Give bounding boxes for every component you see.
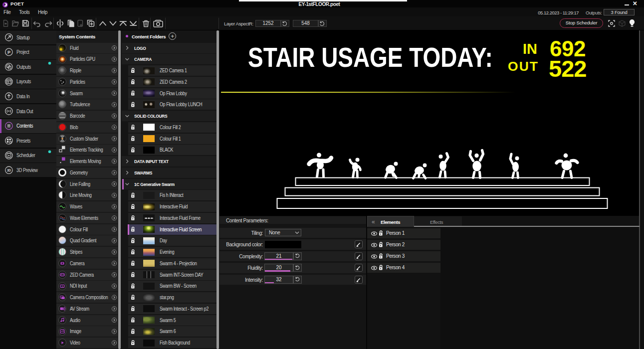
svg-text:P: P <box>7 50 10 55</box>
svg-text:N: N <box>62 285 63 288</box>
svg-text:3D: 3D <box>7 169 11 172</box>
